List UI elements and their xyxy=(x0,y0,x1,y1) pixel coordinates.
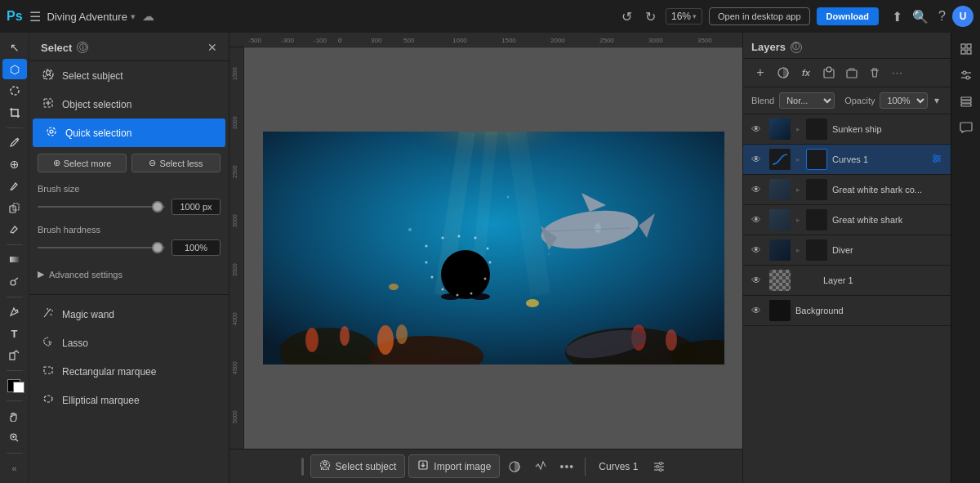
crop-tool[interactable] xyxy=(2,102,27,122)
pen-tool[interactable] xyxy=(2,302,27,321)
layer-visibility-eye[interactable]: 👁 xyxy=(751,123,764,135)
import-image-button[interactable]: Import image xyxy=(408,454,500,478)
healing-tool[interactable] xyxy=(2,154,27,174)
object-selection-icon xyxy=(41,97,56,111)
canvas-content[interactable] xyxy=(244,47,742,449)
canvas-image[interactable] xyxy=(263,132,724,364)
opacity-expand-icon[interactable]: ▾ xyxy=(934,95,939,106)
layer-mask-thumbnail xyxy=(806,209,827,230)
select-subject-icon xyxy=(41,69,56,83)
import-image-btn-label: Import image xyxy=(434,461,491,472)
layer-curves-adjust-icon[interactable] xyxy=(931,153,942,167)
search-icon[interactable]: 🔍 xyxy=(912,9,929,25)
select-less-button[interactable]: ⊖ Select less xyxy=(131,154,220,172)
object-selection-item[interactable]: Object selection xyxy=(29,90,229,119)
advanced-settings-toggle[interactable]: ▶ Advanced settings xyxy=(38,266,220,283)
select-subject-button[interactable]: Select subject xyxy=(310,454,406,478)
brush-hardness-thumb[interactable] xyxy=(152,242,163,253)
enhance-button[interactable] xyxy=(529,455,552,478)
layer-row[interactable]: 👁 ▸ Diver xyxy=(743,235,951,266)
more-layer-options[interactable]: ··· xyxy=(889,64,906,82)
properties-panel-icon[interactable] xyxy=(955,38,978,60)
avatar[interactable]: U xyxy=(952,6,973,27)
elliptical-marquee-item[interactable]: Elliptical marquee xyxy=(29,386,229,414)
svg-point-117 xyxy=(938,157,940,159)
add-layer-icon[interactable]: + xyxy=(751,64,769,82)
opacity-select[interactable]: 100% 75% 50% 25% xyxy=(880,92,928,109)
layer-visibility-eye[interactable]: 👁 xyxy=(751,275,764,286)
layer-visibility-eye[interactable]: 👁 xyxy=(751,214,764,226)
layers-toolbar: + fx ··· xyxy=(743,59,951,87)
layer-row[interactable]: 👁 ▸ Great white shark co... xyxy=(743,175,951,205)
svg-point-0 xyxy=(11,87,19,95)
layer-row[interactable]: 👁 Background xyxy=(743,296,951,326)
layer-visibility-eye[interactable]: 👁 xyxy=(751,154,764,165)
brush-size-input[interactable]: 1000 px xyxy=(172,199,220,215)
gradient-tool[interactable] xyxy=(2,250,27,270)
move-tool[interactable]: ↖ xyxy=(2,38,27,57)
quick-selection-item[interactable]: Quick selection xyxy=(33,119,225,147)
eyedropper-tool[interactable] xyxy=(2,133,27,153)
layers-info-icon[interactable]: ⓘ xyxy=(791,42,802,53)
select-subject-label: Select subject xyxy=(62,70,123,82)
share-icon[interactable]: ⬆ xyxy=(892,9,902,25)
magic-wand-item[interactable]: Magic wand xyxy=(29,300,229,329)
layer-name: Diver xyxy=(832,245,942,255)
layer-visibility-eye[interactable]: 👁 xyxy=(751,244,764,256)
svg-point-8 xyxy=(11,280,16,285)
select-subject-item[interactable]: Select subject xyxy=(29,61,229,90)
delete-layer-icon[interactable] xyxy=(866,64,884,82)
help-icon[interactable]: ? xyxy=(938,9,946,24)
layer-row[interactable]: 👁 ▸ Curves 1 xyxy=(743,145,951,175)
svg-text:3000: 3000 xyxy=(232,214,238,227)
download-button[interactable]: Download xyxy=(817,7,880,25)
panel-close-button[interactable]: ✕ xyxy=(207,41,217,54)
hand-tool[interactable] xyxy=(2,406,27,426)
layer-visibility-eye[interactable]: 👁 xyxy=(751,184,764,195)
brush-tool[interactable] xyxy=(2,177,27,196)
lasso-tool[interactable] xyxy=(2,81,27,101)
group-icon[interactable] xyxy=(843,64,861,82)
cloud-icon[interactable]: ☁ xyxy=(142,9,154,24)
brush-hardness-track[interactable] xyxy=(38,247,165,248)
open-desktop-button[interactable]: Open in desktop app xyxy=(709,7,810,25)
layer-visibility-eye[interactable]: 👁 xyxy=(751,305,764,316)
layer-settings-button[interactable] xyxy=(648,455,670,478)
select-more-button[interactable]: ⊕ Select more xyxy=(38,154,127,172)
document-title[interactable]: Diving Adventure ▾ xyxy=(47,11,136,23)
zoom-tool[interactable] xyxy=(2,427,27,447)
redo-button[interactable]: ↻ xyxy=(642,6,659,28)
brush-size-track[interactable] xyxy=(38,206,165,208)
select-info-icon[interactable]: ⓘ xyxy=(77,42,88,53)
rectangular-marquee-item[interactable]: Rectangular marquee xyxy=(29,357,229,386)
select-tool[interactable]: ⬡ xyxy=(2,59,27,78)
clone-tool[interactable] xyxy=(2,198,27,217)
eraser-tool[interactable] xyxy=(2,219,27,239)
layer-row[interactable]: 👁 ▸ Sunken ship xyxy=(743,114,951,145)
blend-select[interactable]: Nor... Normal Multiply Screen Overlay xyxy=(779,92,835,109)
text-tool[interactable]: T xyxy=(2,324,27,343)
back-nav[interactable]: « xyxy=(2,458,27,478)
comment-icon[interactable] xyxy=(955,116,978,139)
svg-point-72 xyxy=(595,223,601,233)
more-options-button[interactable]: ••• xyxy=(555,455,578,478)
brush-hardness-input[interactable]: 100% xyxy=(172,239,220,256)
adjustments-panel-icon[interactable] xyxy=(955,64,978,87)
zoom-control[interactable]: 16% ▾ xyxy=(666,8,702,25)
svg-point-94 xyxy=(470,293,472,295)
color-picker[interactable] xyxy=(2,376,27,396)
layer-row[interactable]: 👁 ▸ Great white shark xyxy=(743,205,951,235)
adjustment-icon[interactable] xyxy=(774,64,792,82)
layer-row[interactable]: 👁 Layer 1 xyxy=(743,266,951,296)
layer-name: Curves 1 xyxy=(832,154,926,164)
hamburger-menu[interactable]: ☰ xyxy=(29,9,41,25)
lasso-item[interactable]: Lasso xyxy=(29,329,229,357)
dodge-tool[interactable] xyxy=(2,271,27,291)
shape-tool[interactable] xyxy=(2,345,27,364)
undo-button[interactable]: ↺ xyxy=(618,6,635,28)
layers-panel-icon[interactable] xyxy=(955,90,978,113)
mask-icon[interactable] xyxy=(820,64,838,82)
fx-icon[interactable]: fx xyxy=(797,64,815,82)
brush-size-thumb[interactable] xyxy=(152,201,163,212)
circle-adjust-button[interactable] xyxy=(503,455,526,478)
